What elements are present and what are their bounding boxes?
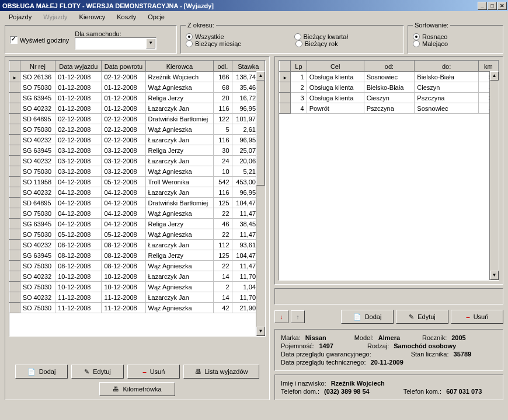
edit-icon: ✎ xyxy=(409,313,414,321)
add-icon: 📄 xyxy=(353,313,361,321)
radio-month[interactable]: Bieżący miesiąc xyxy=(186,40,241,47)
add-button[interactable]: 📄Dodaj xyxy=(15,365,68,379)
menu-pojazdy[interactable]: Pojazdy xyxy=(5,13,35,21)
checkbox-icon xyxy=(10,36,18,44)
print-icon: 🖶 xyxy=(113,386,119,393)
period-group: Wszystkie Bieżący kwartał Bieżący miesią… xyxy=(180,25,404,54)
menu-opcje[interactable]: Opcje xyxy=(144,13,168,21)
move-down-button[interactable]: ↓ xyxy=(274,310,288,323)
table-row[interactable]: SG 6394504-12-200804-12-2008Religa Jerzy… xyxy=(10,219,265,229)
menu-koszty[interactable]: Koszty xyxy=(113,13,140,21)
scrollbar[interactable]: ▲ ▼ xyxy=(256,71,265,336)
print-icon: 🖶 xyxy=(195,368,201,375)
window-title: OBSŁUGA MAŁEJ FLOTY - WERSJA DEMONSTRACY… xyxy=(2,2,478,9)
table-row[interactable]: 4PowrótPszczynaSosnowiec38 xyxy=(280,103,499,114)
edit-button[interactable]: ✎Edytuj xyxy=(71,365,124,379)
vehicle-filter-group: Wyświetl godziny Dla samochodu: ▼ xyxy=(5,25,177,54)
table-row[interactable]: SG 6394503-12-200803-12-2008Religa Jerzy… xyxy=(10,145,265,156)
move-up-button[interactable]: ↑ xyxy=(291,310,305,323)
col-cel[interactable]: Cel xyxy=(307,61,364,72)
table-row[interactable]: SO 4023202-12-200802-12-2008Łazarczyk Ja… xyxy=(10,135,265,145)
vehicle-combo[interactable]: ▼ xyxy=(75,37,156,50)
col-do[interactable]: do: xyxy=(415,61,478,72)
table-row[interactable]: SO 4023201-12-200801-12-2008Łazarczyk Ja… xyxy=(10,103,265,114)
table-row[interactable]: SO 4023203-12-200803-12-2008Łazarczyk Ja… xyxy=(10,156,265,166)
table-row[interactable]: SO 7503002-12-200802-12-2008Wąż Agnieszk… xyxy=(10,124,265,135)
col-dist[interactable]: odl. xyxy=(214,61,232,72)
add-icon: 📄 xyxy=(27,368,36,376)
stop-add-button[interactable]: 📄Dodaj xyxy=(341,310,394,324)
stops-grid[interactable]: Lp Cel od: do: km 1Obsługa klientaSosnow… xyxy=(279,60,499,281)
scroll-up-icon[interactable]: ▲ xyxy=(256,71,265,80)
radio-quarter[interactable]: Bieżący kwartał xyxy=(294,33,348,40)
radio-year[interactable]: Bieżący rok xyxy=(295,40,338,47)
vehicle-info: Marka:Nissan Model:Almera Rocznik:2005 P… xyxy=(274,329,503,371)
table-row[interactable]: SO 4023211-12-200811-12-2008Łazarczyk Ja… xyxy=(10,292,265,303)
table-row[interactable]: 2Obsługa klientaBielsko-BiałaCieszyn34 xyxy=(280,82,499,93)
chevron-down-icon[interactable]: ▼ xyxy=(146,38,155,48)
table-row[interactable]: SD 6489502-12-200802-12-2008Dratwiński B… xyxy=(10,114,265,124)
radio-icon xyxy=(295,40,302,47)
table-row[interactable]: 1Obsługa klientaSosnowiecBielsko-Biała56 xyxy=(280,72,499,82)
table-row[interactable]: SO 7503003-12-200803-12-2008Wąż Agnieszk… xyxy=(10,166,265,177)
table-row[interactable]: SO 4023208-12-200808-12-2008Łazarczyk Ja… xyxy=(10,240,265,250)
col-nr[interactable]: Nr rej xyxy=(20,61,55,72)
trips-panel: Nr rej Data wyjazdu Data powrotu Kierowc… xyxy=(5,56,270,400)
menu-wyjazdy[interactable]: Wyjazdy xyxy=(40,13,71,21)
radio-desc[interactable]: Malejąco xyxy=(413,40,498,47)
table-row[interactable]: SO 7503008-12-200808-12-2008Wąż Agnieszk… xyxy=(10,261,265,271)
stop-edit-button[interactable]: ✎Edytuj xyxy=(396,310,448,324)
table-row[interactable]: SO 4023204-12-200804-12-2008Łazarczyk Ja… xyxy=(10,187,265,198)
stop-delete-button[interactable]: ‒Usuń xyxy=(451,310,503,324)
table-row[interactable]: SO 4023210-12-200810-12-2008Łazarczyk Ja… xyxy=(10,271,265,282)
table-row[interactable]: 3Obsługa klientaCieszynPszczyna38 xyxy=(280,93,499,103)
col-rate[interactable]: Stawka xyxy=(232,61,265,72)
titlebar: OBSŁUGA MAŁEJ FLOTY - WERSJA DEMONSTRACY… xyxy=(0,0,508,11)
radio-icon xyxy=(294,33,301,40)
table-row[interactable]: SD 6489504-12-200804-12-2008Dratwiński B… xyxy=(10,198,265,208)
maximize-icon[interactable]: □ xyxy=(488,2,497,10)
status-panel xyxy=(274,288,503,304)
table-row[interactable]: SO 7503001-12-200801-12-2008Wąż Agnieszk… xyxy=(10,82,265,93)
driver-info: Imię i nazwisko:Rzeźnik Wojciech Telefon… xyxy=(274,374,503,400)
table-row[interactable]: SG 6394501-12-200801-12-2008Religa Jerzy… xyxy=(10,93,265,103)
col-km[interactable]: km xyxy=(478,61,498,72)
table-row[interactable]: SO 7503004-12-200804-12-2008Wąż Agnieszk… xyxy=(10,208,265,219)
sort-group: Rosnąco Malejąco xyxy=(408,25,503,54)
table-row[interactable]: SO 1195804-12-200805-12-2008Troll Weroni… xyxy=(10,177,265,187)
col-lp[interactable]: Lp xyxy=(291,61,307,72)
mileage-button[interactable]: 🖶Kilometrówka xyxy=(99,382,175,396)
radio-icon xyxy=(186,33,193,40)
scrollbar[interactable]: ▲ ▼ xyxy=(489,71,499,280)
delete-icon: ‒ xyxy=(142,368,147,376)
radio-asc[interactable]: Rosnąco xyxy=(413,33,498,40)
radio-icon xyxy=(413,33,420,40)
radio-icon xyxy=(186,40,193,47)
minimize-icon[interactable]: _ xyxy=(478,2,487,10)
show-hours-label: Wyświetl godziny xyxy=(20,37,69,44)
radio-all[interactable]: Wszystkie xyxy=(186,33,224,40)
scroll-up-icon[interactable]: ▲ xyxy=(490,71,499,80)
scroll-down-icon[interactable]: ▼ xyxy=(256,327,265,336)
menubar: Pojazdy Wyjazdy Kierowcy Koszty Opcje xyxy=(0,11,508,23)
table-row[interactable]: SO 2613601-12-200802-12-2008Rzeźnik Wojc… xyxy=(10,72,265,82)
for-vehicle-label: Dla samochodu: xyxy=(75,30,156,37)
show-hours-checkbox[interactable]: Wyświetl godziny xyxy=(10,36,69,44)
col-dep[interactable]: Data wyjazdu xyxy=(55,61,102,72)
table-row[interactable]: SO 7503010-12-200810-12-2008Wąż Agnieszk… xyxy=(10,282,265,292)
col-od[interactable]: od: xyxy=(364,61,415,72)
close-icon[interactable]: ✕ xyxy=(497,2,507,10)
scroll-thumb[interactable] xyxy=(256,80,265,186)
scroll-down-icon[interactable]: ▼ xyxy=(490,271,499,280)
table-row[interactable]: SG 6394508-12-200808-12-2008Religa Jerzy… xyxy=(10,250,265,261)
delete-icon: ‒ xyxy=(466,313,470,321)
trips-list-button[interactable]: 🖶Lista wyjazdów xyxy=(183,365,259,379)
col-ret[interactable]: Data powrotu xyxy=(102,61,145,72)
table-row[interactable]: SO 7503005-12-200805-12-2008Wąż Agnieszk… xyxy=(10,229,265,240)
stops-panel: Lp Cel od: do: km 1Obsługa klientaSosnow… xyxy=(274,56,503,285)
table-row[interactable]: SO 7503011-12-200811-12-2008Wąż Agnieszk… xyxy=(10,303,265,313)
delete-button[interactable]: ‒Usuń xyxy=(127,365,180,379)
menu-kierowcy[interactable]: Kierowcy xyxy=(76,13,109,21)
trips-grid[interactable]: Nr rej Data wyjazdu Data powrotu Kierowc… xyxy=(9,60,266,337)
col-drv[interactable]: Kierowca xyxy=(145,61,214,72)
